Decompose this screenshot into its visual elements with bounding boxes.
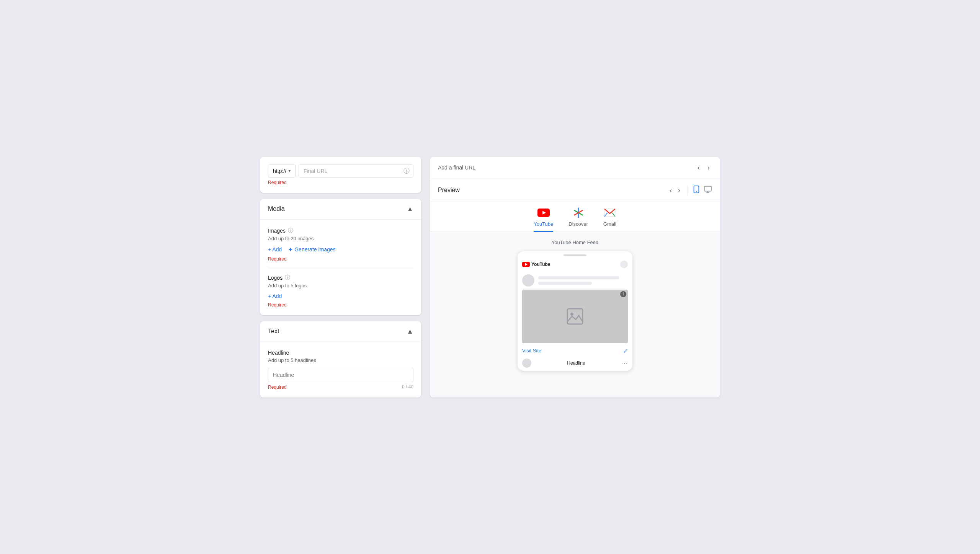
svg-point-1 xyxy=(696,191,697,192)
images-help-icon[interactable]: ⓘ xyxy=(288,227,293,234)
text-section-header: Text ▲ xyxy=(260,321,421,342)
media-collapse-icon[interactable]: ▲ xyxy=(407,205,413,213)
tab-youtube[interactable]: YouTube xyxy=(534,207,553,231)
logos-action-row: + Add xyxy=(268,293,413,299)
ad-headline-row: Headline ⋯ xyxy=(518,357,632,371)
preview-nav-next[interactable]: › xyxy=(676,186,683,195)
headline-input[interactable] xyxy=(268,368,413,382)
url-input-wrapper: ⓘ xyxy=(299,165,413,178)
ad-line-short xyxy=(538,282,592,285)
preview-area: YouTube Home Feed YouTube xyxy=(430,232,720,398)
logos-required: Required xyxy=(268,302,413,308)
images-add-button[interactable]: + Add xyxy=(268,246,282,253)
headline-description: Add up to 5 headlines xyxy=(268,357,413,363)
ad-headline-text: Headline xyxy=(567,360,585,366)
tab-gmail[interactable]: Gmail xyxy=(603,207,616,231)
tab-discover[interactable]: ✳ Discover xyxy=(568,207,588,231)
headline-input-wrapper xyxy=(268,368,413,382)
gmail-tab-icon xyxy=(604,207,616,219)
sparkle-icon: ✦ xyxy=(288,246,293,253)
desktop-view-icon[interactable] xyxy=(704,185,712,196)
platform-tabs-row: YouTube ✳ Discover xyxy=(430,202,720,232)
preview-header: Preview ‹ › xyxy=(430,179,720,202)
svg-rect-14 xyxy=(567,309,583,324)
url-row: http:// ▾ ⓘ xyxy=(268,165,413,178)
media-section-header: Media ▲ xyxy=(260,199,421,220)
divider-1 xyxy=(268,268,413,268)
visit-site-external-icon: ⤢ xyxy=(623,348,628,354)
media-section-title: Media xyxy=(268,205,285,212)
preview-nav-prev[interactable]: ‹ xyxy=(667,186,674,195)
logos-help-icon[interactable]: ⓘ xyxy=(285,274,290,281)
protocol-chevron-icon: ▾ xyxy=(289,169,291,173)
left-panel: http:// ▾ ⓘ Required Media ▲ Images ⓘ xyxy=(260,157,421,398)
ad-lines xyxy=(538,276,628,285)
discover-tab-icon: ✳ xyxy=(572,207,585,219)
phone-top-bar xyxy=(518,251,632,257)
protocol-label: http:// xyxy=(273,168,286,174)
top-nav-prev[interactable]: ‹ xyxy=(695,163,702,173)
images-label-text: Images xyxy=(268,228,286,234)
images-generate-label: Generate images xyxy=(294,246,335,253)
youtube-tab-icon xyxy=(537,207,550,219)
text-section-card: Text ▲ Headline Add up to 5 headlines Re… xyxy=(260,321,421,398)
right-panel: Add a final URL ‹ › Preview ‹ › xyxy=(430,157,720,398)
svg-rect-2 xyxy=(704,186,711,191)
preview-device-icons xyxy=(687,185,712,196)
headline-label: Headline xyxy=(268,350,413,356)
text-collapse-icon[interactable]: ▲ xyxy=(407,328,413,336)
logos-label-text: Logos xyxy=(268,275,283,281)
ad-image-placeholder: i xyxy=(522,290,628,343)
headline-required: Required xyxy=(268,385,287,390)
phone-notch xyxy=(564,254,586,256)
svg-point-15 xyxy=(570,313,573,316)
preview-title: Preview xyxy=(438,187,460,194)
preview-nav: ‹ › xyxy=(667,186,683,195)
page-container: http:// ▾ ⓘ Required Media ▲ Images ⓘ xyxy=(260,157,720,398)
top-nav-arrows: ‹ › xyxy=(695,163,712,173)
phone-yt-header: YouTube xyxy=(518,257,632,271)
final-url-input[interactable] xyxy=(299,165,413,178)
headline-label-text: Headline xyxy=(268,350,289,356)
final-url-text: Add a final URL xyxy=(438,165,475,171)
logos-add-button[interactable]: + Add xyxy=(268,293,282,299)
ad-more-icon: ⋯ xyxy=(621,359,628,367)
headline-required-row: Required 0 / 40 xyxy=(268,382,413,390)
images-generate-button[interactable]: ✦ Generate images xyxy=(288,246,335,253)
headline-char-count: 0 / 40 xyxy=(402,384,413,389)
preview-top-bar: Add a final URL ‹ › xyxy=(430,157,720,179)
url-required: Required xyxy=(268,180,413,185)
text-section-body: Headline Add up to 5 headlines Required … xyxy=(260,342,421,398)
phone-account-circle xyxy=(620,261,628,268)
logos-label: Logos ⓘ xyxy=(268,274,413,281)
text-section-title: Text xyxy=(268,328,279,335)
phone-yt-text: YouTube xyxy=(531,262,550,267)
ad-user-row xyxy=(518,271,632,290)
top-nav-next[interactable]: › xyxy=(705,163,712,173)
ad-avatar-small xyxy=(522,358,531,368)
ad-visit-row: Visit Site ⤢ xyxy=(518,346,632,357)
gmail-tab-label: Gmail xyxy=(603,221,616,227)
youtube-tab-label: YouTube xyxy=(534,221,553,227)
visit-site-link[interactable]: Visit Site xyxy=(522,348,541,354)
phone-yt-logo: YouTube xyxy=(522,262,550,267)
discover-tab-label: Discover xyxy=(568,221,588,227)
images-label: Images ⓘ xyxy=(268,227,413,234)
ad-info-badge: i xyxy=(620,291,626,297)
ad-avatar xyxy=(522,274,534,287)
feed-label: YouTube Home Feed xyxy=(552,240,599,245)
logos-description: Add up to 5 logos xyxy=(268,283,413,288)
url-card: http:// ▾ ⓘ Required xyxy=(260,157,421,193)
images-description: Add up to 20 images xyxy=(268,236,413,241)
preview-controls: ‹ › xyxy=(667,185,712,196)
logos-add-label: + Add xyxy=(268,293,282,299)
protocol-dropdown[interactable]: http:// ▾ xyxy=(268,165,296,178)
media-section-body: Images ⓘ Add up to 20 images + Add ✦ Gen… xyxy=(260,220,421,315)
images-add-label: + Add xyxy=(268,246,282,253)
images-required: Required xyxy=(268,256,413,262)
media-section-card: Media ▲ Images ⓘ Add up to 20 images + A… xyxy=(260,199,421,315)
phone-mockup: YouTube i xyxy=(518,251,632,371)
mobile-view-icon[interactable] xyxy=(692,185,701,196)
ad-line-long xyxy=(538,276,619,279)
url-help-icon: ⓘ xyxy=(403,167,410,175)
